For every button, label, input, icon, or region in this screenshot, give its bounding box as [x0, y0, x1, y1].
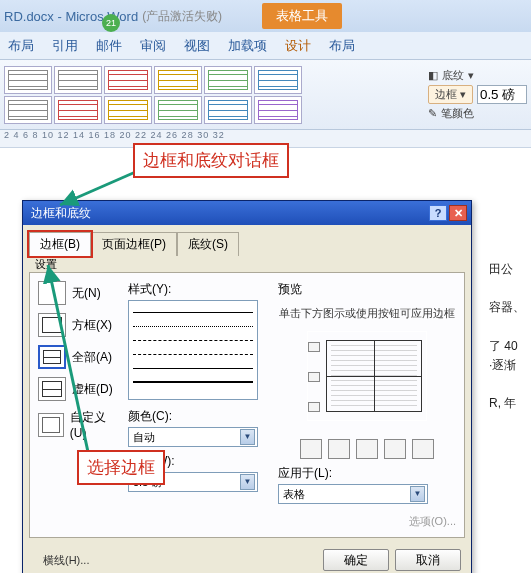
cancel-button[interactable]: 取消 — [395, 549, 461, 571]
preview-hint: 单击下方图示或使用按钮可应用边框 — [278, 306, 456, 321]
table-style-thumb[interactable] — [4, 96, 52, 124]
border-width-input[interactable] — [477, 85, 527, 104]
arrow-icon — [38, 260, 98, 455]
preview-box[interactable] — [307, 331, 427, 421]
border-toggle-left[interactable] — [328, 439, 350, 459]
apply-label: 应用于(L): — [278, 465, 456, 482]
annotation-select-border: 选择边框 — [77, 450, 165, 485]
ribbon-tab-mailings[interactable]: 邮件 — [94, 33, 124, 59]
border-toggle-mid-h[interactable] — [308, 372, 320, 382]
border-toggle-right[interactable] — [384, 439, 406, 459]
title-bar: RD.docx - Micros Word (产品激活失败) 表格工具 — [0, 0, 531, 32]
style-label: 样式(Y): — [128, 281, 268, 298]
line-style-list[interactable] — [128, 300, 258, 400]
line-style-item[interactable] — [133, 333, 253, 341]
svg-line-1 — [48, 265, 88, 452]
background-doc-text: 田公 容器、 了 40 ·逐渐 R, 年 — [489, 260, 529, 414]
table-style-thumb[interactable] — [154, 96, 202, 124]
border-toggle-mid-v[interactable] — [356, 439, 378, 459]
table-style-thumb[interactable] — [204, 96, 252, 124]
line-style-item[interactable] — [133, 319, 253, 327]
table-style-thumb[interactable] — [204, 66, 252, 94]
preview-bottom-buttons — [278, 439, 456, 459]
line-style-item[interactable] — [133, 305, 253, 313]
border-dropdown[interactable]: 边框 ▾ — [428, 85, 473, 104]
border-toggle-top[interactable] — [308, 342, 320, 352]
ribbon-borders-group: ◧底纹▾ 边框 ▾ ✎笔颜色 — [428, 66, 527, 123]
ribbon-tab-view[interactable]: 视图 — [182, 33, 212, 59]
tab-borders[interactable]: 边框(B) — [29, 232, 91, 256]
dialog-tabs: 边框(B) 页面边框(P) 底纹(S) — [23, 225, 471, 255]
save-badge-icon: 21 — [102, 14, 120, 32]
table-style-thumb[interactable] — [104, 66, 152, 94]
border-toggle-diag1[interactable] — [300, 439, 322, 459]
table-style-thumb[interactable] — [104, 96, 152, 124]
table-style-thumb[interactable] — [154, 66, 202, 94]
annotation-dialog-label: 边框和底纹对话框 — [133, 143, 289, 178]
table-style-thumb[interactable] — [254, 96, 302, 124]
tab-shading[interactable]: 底纹(S) — [177, 232, 239, 256]
ribbon-tab-design[interactable]: 设计 — [283, 33, 313, 59]
table-style-thumb[interactable] — [54, 66, 102, 94]
close-button[interactable]: ✕ — [449, 205, 467, 221]
ribbon-tab-layout2[interactable]: 布局 — [327, 33, 357, 59]
line-style-item[interactable] — [133, 361, 253, 369]
color-label: 颜色(C): — [128, 408, 268, 425]
pen-color-label[interactable]: 笔颜色 — [441, 106, 474, 121]
context-tab-table-tools[interactable]: 表格工具 — [262, 3, 342, 29]
table-style-thumb[interactable] — [54, 96, 102, 124]
horizontal-line-link[interactable]: 横线(H)... — [43, 553, 89, 568]
dialog-footer: 横线(H)... 确定 取消 — [23, 544, 471, 573]
table-style-gallery[interactable] — [4, 66, 334, 124]
shading-label[interactable]: 底纹 — [442, 68, 464, 83]
chevron-down-icon[interactable]: ▼ — [240, 474, 255, 490]
tab-page-border[interactable]: 页面边框(P) — [91, 232, 177, 256]
ok-button[interactable]: 确定 — [323, 549, 389, 571]
preview-table-icon — [326, 340, 422, 412]
shading-icon[interactable]: ◧ — [428, 69, 438, 82]
ribbon-tab-layout[interactable]: 布局 — [6, 33, 36, 59]
table-style-thumb[interactable] — [254, 66, 302, 94]
style-column: 样式(Y): 颜色(C): 自动▼ 宽度(W): 0.5 磅▼ — [128, 281, 268, 529]
options-link[interactable]: 选项(O)... — [409, 515, 456, 527]
pen-color-icon[interactable]: ✎ — [428, 107, 437, 120]
preview-column: 预览 单击下方图示或使用按钮可应用边框 应用于(L): 表格▼ 选项(O)... — [278, 281, 456, 529]
apply-to-combo[interactable]: 表格▼ — [278, 484, 428, 504]
preview-label: 预览 — [278, 281, 456, 298]
ribbon-tab-references[interactable]: 引用 — [50, 33, 80, 59]
border-toggle-bottom[interactable] — [308, 402, 320, 412]
activation-status: (产品激活失败) — [142, 8, 222, 25]
ribbon-body: ◧底纹▾ 边框 ▾ ✎笔颜色 — [0, 60, 531, 130]
ribbon-tabs: 布局 引用 邮件 审阅 视图 加载项 设计 布局 — [0, 32, 531, 60]
chevron-down-icon[interactable]: ▼ — [240, 429, 255, 445]
line-style-item[interactable] — [133, 347, 253, 355]
border-toggle-diag2[interactable] — [412, 439, 434, 459]
table-style-thumb[interactable] — [4, 66, 52, 94]
svg-line-0 — [60, 170, 140, 205]
help-button[interactable]: ? — [429, 205, 447, 221]
ribbon-tab-addins[interactable]: 加载项 — [226, 33, 269, 59]
chevron-down-icon[interactable]: ▼ — [410, 486, 425, 502]
color-combo[interactable]: 自动▼ — [128, 427, 258, 447]
line-style-item[interactable] — [133, 375, 253, 383]
ribbon-tab-review[interactable]: 审阅 — [138, 33, 168, 59]
